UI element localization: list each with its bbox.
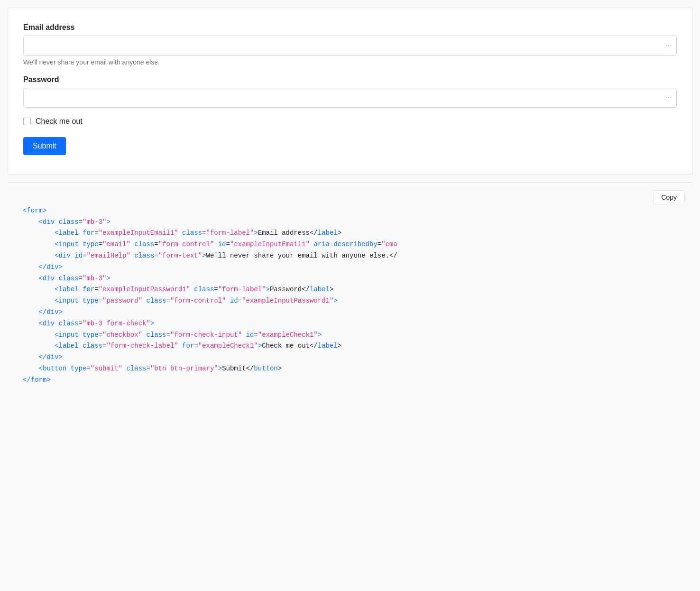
example-form: Email address ⋯ We'll never share your e… [23, 23, 677, 155]
check-me-out-checkbox[interactable] [23, 118, 31, 125]
checkbox-label[interactable]: Check me out [36, 117, 83, 126]
code-line-1: <form> [23, 207, 46, 214]
password-input-wrapper: ⋯ [23, 88, 677, 108]
code-section: Copy <form> <div class="mb-3"> <label fo… [8, 182, 692, 412]
preview-section: Email address ⋯ We'll never share your e… [8, 8, 692, 175]
email-input-wrapper: ⋯ [23, 36, 677, 55]
code-line-last: </form> [23, 376, 51, 384]
email-help-text: We'll never share your email with anyone… [23, 58, 677, 66]
submit-button[interactable]: Submit [23, 137, 66, 155]
copy-button[interactable]: Copy [653, 190, 685, 204]
password-form-group: Password ⋯ [23, 75, 677, 108]
password-label: Password [23, 75, 677, 84]
password-input[interactable] [23, 88, 677, 108]
email-input[interactable] [23, 36, 677, 55]
email-label: Email address [23, 23, 677, 32]
code-block: <form> <div class="mb-3"> <label for="ex… [23, 194, 677, 397]
checkbox-form-group: Check me out [23, 117, 677, 126]
email-form-group: Email address ⋯ We'll never share your e… [23, 23, 677, 66]
